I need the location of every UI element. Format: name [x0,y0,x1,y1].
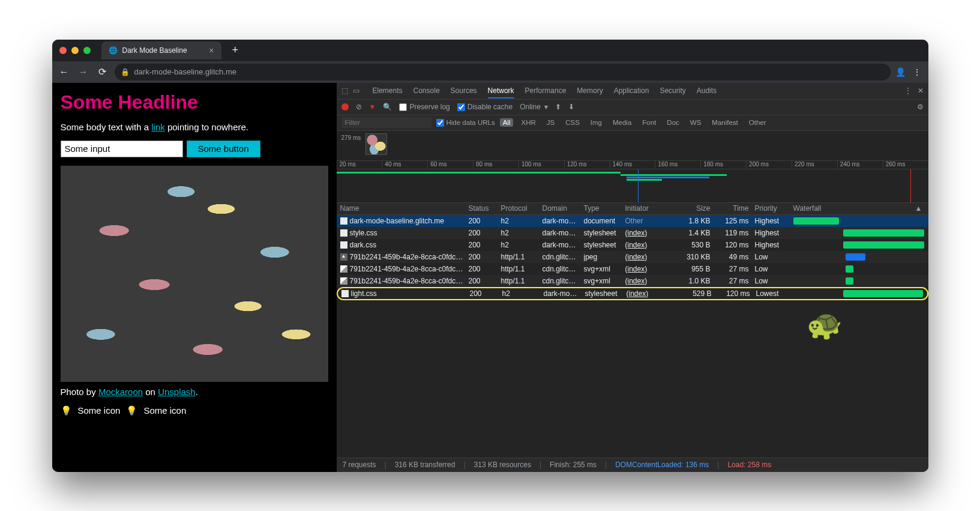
tab-performance[interactable]: Performance [525,86,567,95]
download-icon[interactable]: ⬇ [568,103,574,111]
filter-manifest[interactable]: Manifest [709,118,741,127]
col-type[interactable]: Type [584,204,623,213]
tick: 260 ms [883,161,928,169]
sort-indicator-icon: ▲ [915,204,922,213]
body-link[interactable]: link [151,122,165,132]
filter-media[interactable]: Media [610,118,634,127]
col-size[interactable]: Size [671,204,714,213]
table-row[interactable]: 791b2241-459b-4a2e-8cca-c0fdc2…200http/1… [337,251,928,263]
back-button[interactable]: ← [57,67,71,77]
tab-audits[interactable]: Audits [697,86,717,95]
url-text: dark-mode-baseline.glitch.me [134,67,237,76]
hide-data-urls-checkbox[interactable]: Hide data URLs [436,119,495,127]
filter-doc[interactable]: Doc [664,118,682,127]
profile-icon[interactable]: 👤 [895,67,906,77]
settings-gear-icon[interactable]: ⚙ [917,103,924,111]
tick: 100 ms [519,161,564,169]
search-icon[interactable]: 🔍 [383,103,392,111]
maximize-window-button[interactable] [83,47,91,54]
network-filter-bar: Hide data URLs All XHR JS CSS Img Media … [337,115,928,131]
tab-elements[interactable]: Elements [373,86,403,95]
turtle-emoji: 🐢 [337,300,928,342]
devtools-close-icon[interactable]: ✕ [918,86,924,95]
tab-memory[interactable]: Memory [577,86,603,95]
col-domain[interactable]: Domain [543,204,582,213]
table-row[interactable]: 791b2241-459b-4a2e-8cca-c0fdc2…200http/1… [337,275,928,287]
table-row[interactable]: light.css200h2dark-mo…stylesheet(index)5… [337,287,928,300]
tick: 200 ms [746,161,792,169]
filter-img[interactable]: Img [588,118,605,127]
record-button[interactable] [341,103,349,110]
dcl-marker [638,169,639,202]
sb-requests: 7 requests [343,461,376,469]
disable-cache-label: Disable cache [467,103,513,111]
filter-xhr[interactable]: XHR [518,118,538,127]
filter-css[interactable]: CSS [562,118,583,127]
credit-site-link[interactable]: Unsplash [158,387,196,397]
clear-icon[interactable]: ⊘ [356,103,362,111]
disable-cache-checkbox[interactable]: Disable cache [457,103,513,111]
filter-other[interactable]: Other [746,118,769,127]
network-status-bar: 7 requests| 316 KB transferred| 313 KB r… [337,458,928,472]
file-icon [340,277,347,285]
col-protocol[interactable]: Protocol [501,204,540,213]
tab-application[interactable]: Application [614,86,649,95]
table-row[interactable]: style.css200h2dark-mo…stylesheet(index)1… [337,227,928,239]
upload-icon[interactable]: ⬆ [555,103,561,111]
credit-author-link[interactable]: Mockaroon [98,387,143,397]
browser-tab[interactable]: 🌐 Dark Mode Baseline × [101,41,221,59]
close-tab-icon[interactable]: × [209,46,214,55]
filter-input[interactable] [341,117,431,128]
hide-data-urls-label: Hide data URLs [446,119,495,126]
credit-mid: on [143,387,158,397]
icon-label-1: Some icon [78,405,121,416]
form-row: Some button [61,141,328,157]
tick: 80 ms [473,161,519,169]
filter-font[interactable]: Font [639,118,659,127]
body-text: Some body text with a link pointing to n… [61,122,328,132]
tick: 20 ms [337,161,382,169]
sb-transferred: 316 KB transferred [395,461,455,469]
inspect-icon[interactable]: ⬚ [341,86,348,95]
lock-icon: 🔒 [121,68,130,76]
content-area: Some Headline Some body text with a link… [52,83,928,472]
filter-ws[interactable]: WS [687,118,705,127]
preserve-log-checkbox[interactable]: Preserve log [399,103,449,111]
chevron-down-icon: ▾ [544,103,548,111]
filter-js[interactable]: JS [544,118,558,127]
table-row[interactable]: 791b2241-459b-4a2e-8cca-c0fdc2…200http/1… [337,263,928,275]
tab-console[interactable]: Console [413,86,440,95]
address-bar[interactable]: 🔒 dark-mode-baseline.glitch.me [115,64,891,80]
menu-icon[interactable]: ⋮ [913,67,921,77]
forward-button[interactable]: → [76,67,91,77]
throttling-select[interactable]: Online ▾ [520,103,548,111]
table-row[interactable]: dark.css200h2dark-mo…stylesheet(index)53… [337,239,928,251]
reload-button[interactable]: ⟳ [95,66,110,77]
sb-load: Load: 258 ms [727,461,771,469]
table-row[interactable]: dark-mode-baseline.glitch.me200h2dark-mo… [337,215,928,227]
col-status[interactable]: Status [469,204,499,213]
tab-security[interactable]: Security [660,86,685,95]
demo-input[interactable] [61,141,183,157]
device-toggle-icon[interactable]: ▭ [353,86,359,95]
devtools-more-icon[interactable]: ⋮ [904,86,912,95]
minimize-window-button[interactable] [71,47,79,54]
col-time[interactable]: Time [717,204,753,213]
tab-network[interactable]: Network [488,86,514,98]
col-initiator[interactable]: Initiator [625,204,669,213]
filter-icon[interactable]: ▼ [369,103,376,111]
photo-credit: Photo by Mockaroon on Unsplash. [61,387,328,397]
tick: 240 ms [837,161,883,169]
browser-toolbar: ← → ⟳ 🔒 dark-mode-baseline.glitch.me 👤 ⋮ [52,61,928,83]
demo-button[interactable]: Some button [187,141,260,157]
timeline[interactable]: 20 ms 40 ms 60 ms 80 ms 100 ms 120 ms 14… [337,161,928,203]
overview-strip[interactable]: 279 ms [337,131,928,161]
new-tab-button[interactable]: + [226,44,245,56]
tab-sources[interactable]: Sources [451,86,477,95]
table-header[interactable]: Name Status Protocol Domain Type Initiat… [337,203,928,215]
col-name[interactable]: Name [340,204,466,213]
col-priority[interactable]: Priority [755,204,791,213]
filter-all[interactable]: All [500,118,514,127]
close-window-button[interactable] [59,47,67,54]
col-waterfall[interactable]: Waterfall [793,204,925,213]
